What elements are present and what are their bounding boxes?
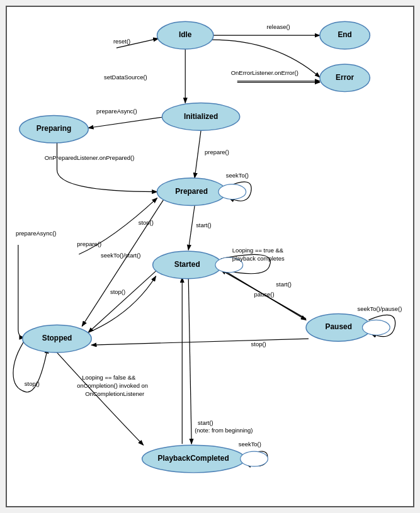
- label-looping-false: Looping == false &&: [82, 374, 136, 381]
- prepared-selfloop: [219, 184, 246, 200]
- label-setdatasource: setDataSource(): [104, 74, 147, 81]
- preparing-label: Preparing: [37, 124, 72, 133]
- label-start3: start(): [198, 419, 213, 426]
- label-reset: reset(): [113, 38, 130, 45]
- label-seekto-start: seekTo()/start(): [101, 252, 140, 259]
- label-prepare1: prepare(): [205, 149, 229, 155]
- label-start2: start(): [276, 281, 292, 288]
- end-label: End: [338, 30, 352, 39]
- label-prepareasync1: prepareAsync(): [96, 108, 137, 115]
- diagram-container: Idle End Error Initialized Preparing Pre…: [6, 6, 414, 507]
- paused-selfloop: [362, 320, 390, 335]
- label-note-beginning: (note: from beginning): [195, 427, 253, 434]
- label-prepare2: prepare(): [77, 240, 101, 247]
- label-onprepared: OnPreparedListener.onPrepared(): [45, 154, 135, 161]
- label-prepareasync2: prepareAsync(): [16, 230, 57, 237]
- label-stop1: stop(): [139, 219, 154, 226]
- label-release: release(): [266, 23, 290, 30]
- started-label: Started: [174, 260, 200, 269]
- error-label: Error: [336, 73, 354, 82]
- label-pause: pause(): [254, 291, 275, 298]
- label-seekto-pause: seekTo()/pause(): [358, 305, 402, 312]
- label-start1: start(): [196, 222, 212, 228]
- label-stop2: stop(): [110, 288, 125, 295]
- label-stop4: stop(): [25, 380, 40, 387]
- idle-label: Idle: [179, 30, 192, 39]
- label-seekto1: seekTo(): [226, 172, 249, 179]
- label-playback-completes: playback completes: [232, 255, 285, 262]
- initialized-label: Initialized: [184, 112, 218, 121]
- label-oncompletionlistener: OnCompletionListener: [85, 390, 144, 397]
- label-seekto2: seekTo(): [239, 441, 261, 448]
- prepared-label: Prepared: [175, 187, 208, 196]
- playbackcompleted-selfloop: [241, 451, 268, 466]
- playbackcompleted-label: PlaybackCompleted: [158, 454, 229, 463]
- stopped-label: Stopped: [42, 334, 72, 342]
- label-stop3: stop(): [251, 341, 266, 347]
- paused-label: Paused: [326, 322, 352, 331]
- label-looping-true: Looping == true &&: [232, 247, 284, 254]
- label-oncompletion: onCompletion() invoked on: [77, 382, 148, 389]
- label-onerror: OnErrorListener.onError(): [231, 69, 298, 76]
